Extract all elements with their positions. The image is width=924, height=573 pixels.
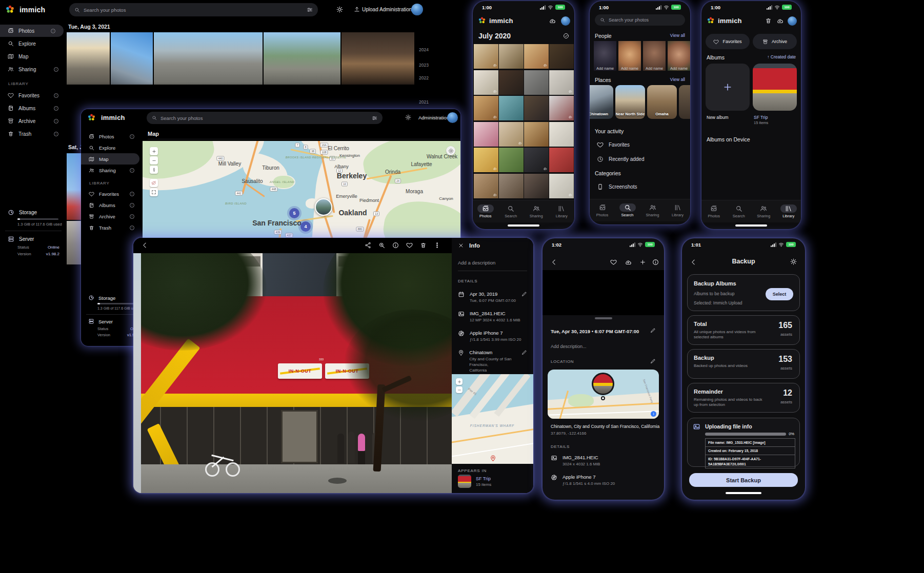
info-icon[interactable]: i <box>130 214 134 219</box>
info-icon[interactable]: i <box>54 106 58 111</box>
photo-thumbnail[interactable] <box>524 148 549 172</box>
sidebar-item[interactable]: Trash i <box>81 222 143 233</box>
photo-thumbnail[interactable] <box>474 174 498 198</box>
search-input[interactable]: Search your photos <box>595 14 685 26</box>
photo-location-marker[interactable] <box>315 198 332 216</box>
photo-thumbnail[interactable] <box>524 96 549 120</box>
sidebar-item[interactable]: Explore <box>81 142 143 153</box>
trash-icon[interactable] <box>765 17 772 24</box>
photo-thumbnail[interactable] <box>474 122 498 147</box>
photo-thumbnail[interactable] <box>524 122 549 147</box>
photo-thumbnail[interactable] <box>524 174 549 198</box>
photo-thumbnail[interactable] <box>549 148 574 172</box>
settings-gear-icon[interactable] <box>790 258 797 265</box>
sidebar-item[interactable]: Archive i <box>0 115 67 127</box>
cloud-sync-icon[interactable] <box>776 17 784 25</box>
map-fullscreen-button[interactable] <box>150 188 158 196</box>
sidebar-item[interactable]: Trash i <box>0 128 67 140</box>
sidebar-item[interactable]: Map <box>81 153 139 165</box>
info-icon[interactable] <box>652 259 659 265</box>
photo-thumbnail[interactable] <box>549 174 574 198</box>
place-item[interactable]: Pi <box>679 85 690 119</box>
info-icon[interactable]: i <box>130 226 134 230</box>
search-input[interactable]: Search your photos <box>147 112 383 124</box>
category-item[interactable]: Screenshots <box>590 179 690 194</box>
toolbar-icon-button[interactable] <box>420 242 427 249</box>
nav-tab[interactable]: Sharing <box>641 203 664 217</box>
search-input[interactable]: Search your photos <box>69 3 318 16</box>
place-item[interactable]: Near North Side <box>615 85 645 119</box>
back-button[interactable] <box>551 259 557 265</box>
edit-location-icon[interactable] <box>521 350 527 355</box>
photo-thumbnail[interactable] <box>474 148 498 172</box>
album-tile-sf-trip[interactable] <box>753 64 797 111</box>
edit-date-icon[interactable] <box>521 291 527 297</box>
add-name-link[interactable]: Add name <box>621 66 638 71</box>
edit-location-icon[interactable] <box>650 358 656 364</box>
start-backup-button[interactable]: Start Backup <box>689 473 798 487</box>
archive-button[interactable]: Archive <box>753 34 797 49</box>
photo-thumbnail[interactable] <box>524 44 549 69</box>
places-view-all-link[interactable]: View all <box>670 77 685 82</box>
upload-button[interactable]: Upload <box>362 7 378 12</box>
location-map[interactable]: San Francisco Ferry i <box>548 370 659 419</box>
nav-tab[interactable]: Library <box>777 204 800 218</box>
nav-tab[interactable]: Sharing <box>752 204 775 218</box>
photo-thumbnail[interactable] <box>549 70 574 95</box>
add-plus-icon[interactable] <box>639 259 646 265</box>
add-name-link[interactable]: Add name <box>646 66 663 71</box>
photo-thumbnail[interactable] <box>474 70 498 95</box>
map-settings-gear-button[interactable] <box>446 146 455 155</box>
photo-thumbnail[interactable] <box>549 96 574 120</box>
map-zoom-in-button[interactable] <box>150 147 158 155</box>
toolbar-icon-button[interactable] <box>406 242 413 249</box>
sidebar-item[interactable]: Archive i <box>81 211 143 222</box>
photo-area[interactable] <box>543 270 664 315</box>
sheet-drag-handle[interactable] <box>595 317 612 319</box>
nav-tab[interactable]: Search <box>499 204 522 218</box>
description-input[interactable]: Add description... <box>551 344 587 349</box>
filter-sliders-icon[interactable] <box>307 7 313 13</box>
info-icon[interactable]: i <box>130 168 134 173</box>
description-input[interactable]: Add a description <box>458 260 495 265</box>
person-item[interactable]: Add name <box>618 41 641 71</box>
theme-toggle-button[interactable] <box>336 6 343 13</box>
person-item[interactable]: Add name <box>594 41 616 71</box>
upload-icon[interactable] <box>354 6 360 12</box>
select-all-icon[interactable] <box>563 33 569 39</box>
photo-thumbnail[interactable] <box>67 32 110 85</box>
sort-button[interactable]: ↑ Created date <box>767 54 796 59</box>
map-attribution-icon[interactable]: i <box>651 411 656 417</box>
map-compass-button[interactable] <box>150 166 158 174</box>
new-album-tile[interactable] <box>706 64 750 111</box>
person-item[interactable]: Add name <box>668 41 690 71</box>
place-item[interactable]: Chinatown <box>590 85 613 119</box>
nav-tab[interactable]: Library <box>667 203 689 217</box>
upload-cloud-icon[interactable] <box>625 259 632 266</box>
cloud-sync-icon[interactable] <box>549 17 556 25</box>
add-name-link[interactable]: Add name <box>596 66 614 71</box>
sidebar-item[interactable]: Sharing i <box>81 165 143 176</box>
photo-thumbnail[interactable] <box>154 32 263 85</box>
sidebar-item[interactable]: Favorites i <box>0 89 67 101</box>
photo-thumbnail[interactable] <box>499 122 524 147</box>
sidebar-item[interactable]: Favorites i <box>81 188 143 199</box>
info-icon[interactable]: i <box>54 119 58 124</box>
minimap-zoom-in[interactable] <box>456 378 463 385</box>
toolbar-icon-button[interactable] <box>392 242 399 249</box>
avatar[interactable] <box>411 4 423 15</box>
nav-tab[interactable]: Search <box>616 203 639 217</box>
info-icon[interactable]: i <box>54 132 58 136</box>
back-button[interactable] <box>142 242 148 249</box>
location-minimap[interactable]: FISHERMAN'S WHARF Pier 45 <box>452 374 533 464</box>
activity-item[interactable]: Favorites <box>590 137 690 152</box>
nav-tab[interactable]: Search <box>728 204 750 218</box>
photo-thumbnail[interactable] <box>474 44 498 69</box>
info-icon[interactable]: i <box>130 134 134 139</box>
theme-toggle-button[interactable] <box>405 114 411 120</box>
nav-tab[interactable]: Library <box>550 204 573 218</box>
nav-tab[interactable]: Photos <box>702 204 725 218</box>
avatar[interactable] <box>788 16 797 26</box>
toolbar-icon-button[interactable] <box>434 242 440 249</box>
favorites-button[interactable]: Favorites <box>706 34 750 49</box>
